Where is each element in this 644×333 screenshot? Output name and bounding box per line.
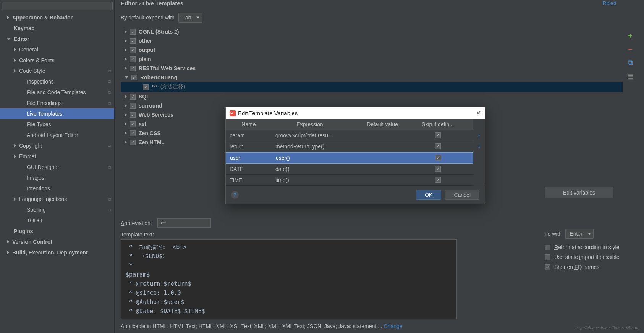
cell-def[interactable] (348, 164, 417, 174)
template-text-area[interactable]: * 功能描述: <br> * 〈$END$〉 * $param$ * @retu… (121, 239, 457, 319)
sidebar-item-keymap[interactable]: Keymap (0, 23, 114, 34)
sidebar-item-language-injections[interactable]: Language Injections⧉ (0, 194, 114, 204)
sidebar-item-todo[interactable]: TODO (0, 215, 114, 226)
change-context-link[interactable]: Change (384, 323, 403, 329)
cell-name[interactable]: DATE (226, 164, 272, 174)
group-checkbox[interactable] (130, 29, 136, 35)
sidebar-item-colors-fonts[interactable]: Colors & Fonts (0, 55, 114, 66)
template-group-plain[interactable]: plain (121, 55, 623, 64)
side-toolbar: ＋ − ⧉ ▤ (623, 27, 638, 214)
template-group-output[interactable]: output (121, 45, 623, 55)
group-checkbox[interactable] (130, 130, 136, 136)
cell-expr[interactable]: groovyScript("def resu... (272, 130, 348, 141)
skip-checkbox[interactable] (435, 166, 441, 172)
table-row[interactable]: DATEdate() (226, 164, 473, 175)
cell-def[interactable] (348, 130, 417, 141)
template-item[interactable]: /**(方法注释) (121, 82, 623, 92)
cell-name[interactable]: TIME (226, 175, 272, 185)
sidebar-item-intentions[interactable]: Intentions (0, 183, 114, 194)
copy-profile-icon[interactable]: ⧉ (108, 79, 111, 84)
copy-profile-icon[interactable]: ⧉ (108, 90, 111, 95)
sidebar-item-editor[interactable]: Editor (0, 34, 114, 44)
group-checkbox[interactable] (130, 103, 136, 109)
sidebar-item-inspections[interactable]: Inspections⧉ (0, 76, 114, 87)
cell-expr[interactable]: time() (272, 175, 348, 185)
copy-profile-icon[interactable]: ⧉ (108, 143, 111, 148)
skip-checkbox[interactable] (435, 177, 441, 183)
expand-with-select[interactable]: Enter (565, 229, 593, 239)
table-row[interactable]: returnmethodReturnType() (226, 141, 473, 152)
sidebar-item-general[interactable]: General (0, 44, 114, 55)
sidebar-item-android-layout-editor[interactable]: Android Layout Editor (0, 130, 114, 140)
sidebar-item-plugins[interactable]: Plugins (0, 226, 114, 236)
copy-profile-icon[interactable]: ⧉ (108, 101, 111, 106)
template-group-other[interactable]: other (121, 36, 623, 45)
move-up-icon[interactable]: ↑ (477, 133, 481, 140)
group-checkbox[interactable] (130, 47, 136, 53)
copy-profile-icon[interactable]: ⧉ (108, 197, 111, 202)
copy-profile-icon[interactable]: ⧉ (108, 165, 111, 170)
sidebar-item-emmet[interactable]: Emmet (0, 151, 114, 162)
item-checkbox[interactable] (143, 84, 149, 90)
cell-def[interactable] (348, 153, 417, 163)
reformat-checkbox[interactable] (545, 245, 550, 250)
sidebar-item-appearance-behavior[interactable]: Appearance & Behavior (0, 12, 114, 23)
group-checkbox[interactable] (130, 94, 136, 100)
sidebar-item-file-types[interactable]: File Types (0, 119, 114, 130)
group-checkbox[interactable] (130, 38, 136, 44)
sidebar-item-images[interactable]: Images (0, 172, 114, 183)
copy-icon[interactable]: ⧉ (628, 59, 633, 67)
close-icon[interactable]: ✕ (476, 109, 481, 117)
template-group-robertohuang[interactable]: RobertoHuang (121, 73, 623, 82)
cell-def[interactable] (348, 141, 417, 152)
cell-name[interactable]: param (226, 130, 272, 141)
remove-icon[interactable]: − (628, 45, 633, 53)
cell-expr[interactable]: date() (272, 164, 348, 174)
shorten-fq-checkbox[interactable] (545, 264, 550, 270)
cell-name[interactable]: return (226, 141, 272, 152)
table-row[interactable]: TIMEtime() (226, 175, 473, 186)
edit-variables-button[interactable]: Edit variables (545, 187, 613, 198)
copy-profile-icon[interactable]: ⧉ (108, 69, 111, 74)
group-checkbox[interactable] (130, 121, 136, 127)
add-icon[interactable]: ＋ (627, 31, 634, 40)
cell-expr[interactable]: methodReturnType() (272, 141, 348, 152)
sidebar-item-code-style[interactable]: Code Style⧉ (0, 66, 114, 76)
group-checkbox[interactable] (131, 75, 137, 80)
cell-name[interactable]: user (226, 153, 272, 163)
group-checkbox[interactable] (130, 56, 136, 62)
sidebar-item-live-templates[interactable]: Live Templates (0, 108, 114, 119)
sidebar-item-version-control[interactable]: Version Control (0, 236, 114, 247)
abbreviation-input[interactable] (157, 218, 211, 228)
skip-checkbox[interactable] (435, 132, 441, 138)
cell-expr[interactable]: user() (272, 153, 348, 163)
static-import-checkbox[interactable] (545, 254, 550, 260)
table-row[interactable]: paramgroovyScript("def resu... (226, 130, 473, 141)
group-checkbox[interactable] (130, 66, 136, 71)
template-group-sql[interactable]: SQL (121, 92, 623, 101)
ok-button[interactable]: OK (416, 190, 441, 200)
sidebar-item-file-encodings[interactable]: File Encodings⧉ (0, 98, 114, 108)
skip-checkbox[interactable] (435, 143, 441, 149)
sidebar-item-gui-designer[interactable]: GUI Designer⧉ (0, 162, 114, 172)
help-icon[interactable]: ? (231, 191, 239, 199)
sidebar-item-spelling[interactable]: Spelling⧉ (0, 204, 114, 215)
sidebar-item-copyright[interactable]: Copyright⧉ (0, 140, 114, 151)
copy-profile-icon[interactable]: ⧉ (108, 208, 111, 212)
move-down-icon[interactable]: ↓ (477, 143, 481, 150)
skip-checkbox[interactable] (435, 155, 441, 161)
template-group-restful-web-services[interactable]: RESTful Web Services (121, 64, 623, 73)
edit-icon[interactable]: ▤ (627, 72, 634, 80)
sidebar-item-file-and-code-templates[interactable]: File and Code Templates⧉ (0, 87, 114, 98)
table-row[interactable]: useruser() (226, 152, 473, 164)
sidebar-item-build-execution-deployment[interactable]: Build, Execution, Deployment (0, 247, 114, 258)
template-group-ognl-struts-2-[interactable]: OGNL (Struts 2) (121, 27, 623, 36)
reset-link[interactable]: Reset (602, 0, 616, 6)
cancel-button[interactable]: Cancel (445, 190, 479, 200)
static-import-label: Use static import if possible (554, 254, 619, 260)
search-input[interactable] (2, 2, 113, 10)
group-checkbox[interactable] (130, 140, 136, 145)
cell-def[interactable] (348, 175, 417, 185)
expand-select[interactable]: Tab (178, 13, 202, 23)
group-checkbox[interactable] (130, 112, 136, 118)
